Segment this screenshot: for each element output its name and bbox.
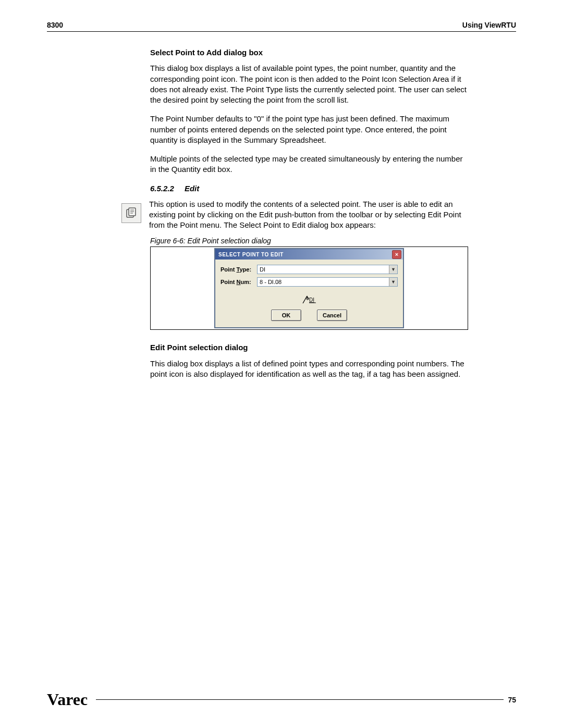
point-num-value: 8 - DI.08 <box>260 278 282 286</box>
svg-text:DI: DI <box>309 297 314 303</box>
point-type-select[interactable]: DI ▼ <box>257 265 398 274</box>
figure-caption: Figure 6-6: Edit Point selection dialog <box>150 236 468 248</box>
section1-heading: Select Point to Add dialog box <box>150 47 468 58</box>
section2-number: 6.5.2.2 <box>150 184 174 193</box>
dialog-titlebar: SELECT POINT TO EDIT × <box>215 249 403 260</box>
section1-p1: This dialog box displays a list of avail… <box>150 63 468 105</box>
close-button[interactable]: × <box>392 250 401 259</box>
point-type-value: DI <box>260 266 265 274</box>
point-num-label: Point Num: <box>221 278 257 286</box>
select-point-dialog: SELECT POINT TO EDIT × Point Type: DI ▼ <box>214 248 404 328</box>
section3-p1: This dialog box displays a list of defin… <box>150 359 468 380</box>
dialog-title: SELECT POINT TO EDIT <box>218 251 284 258</box>
close-icon: × <box>395 252 398 257</box>
ok-button[interactable]: OK <box>271 310 301 321</box>
header-right: Using ViewRTU <box>462 21 516 29</box>
cancel-button[interactable]: Cancel <box>317 310 347 321</box>
chevron-down-icon: ▼ <box>389 278 397 286</box>
edit-toolbar-icon <box>121 203 141 223</box>
varec-logo: Varec <box>47 692 88 707</box>
di-point-icon: DI <box>302 294 316 304</box>
header-rule <box>47 31 516 32</box>
svg-line-5 <box>303 296 307 303</box>
chevron-down-icon: ▼ <box>389 265 397 274</box>
figure-frame: SELECT POINT TO EDIT × Point Type: DI ▼ <box>150 247 468 330</box>
page-number: 75 <box>508 696 516 704</box>
section1-p3: Multiple points of the selected type may… <box>150 154 468 175</box>
footer-rule <box>96 699 504 700</box>
point-num-select[interactable]: 8 - DI.08 ▼ <box>257 277 398 287</box>
header-left: 8300 <box>47 21 63 29</box>
section3-heading: Edit Point selection dialog <box>150 342 468 353</box>
section1-p2: The Point Number defaults to "0" if the … <box>150 114 468 145</box>
page-footer: Varec 75 <box>47 692 516 707</box>
section2-title: Edit <box>185 184 199 193</box>
point-type-label: Point Type: <box>221 266 257 274</box>
section2-p1: This option is used to modify the conten… <box>149 199 468 231</box>
